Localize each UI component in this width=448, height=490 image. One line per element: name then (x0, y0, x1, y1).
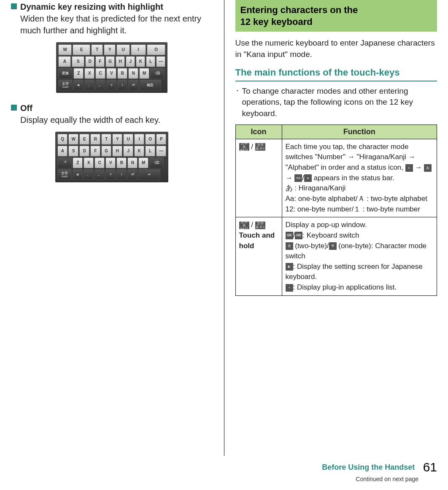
func-text: (two-byte)/ (293, 242, 329, 250)
key: S (72, 56, 84, 67)
key: ! (116, 169, 127, 180)
key: R (90, 134, 100, 145)
option-desc: Display equally the width of each key. (20, 114, 213, 126)
func-text: : Display plug-in applications list. (293, 283, 397, 291)
intro-paragraph: Use the numeric keyboard to enter Japane… (235, 38, 437, 60)
note-line: ･ To change character modes and other en… (235, 86, 437, 119)
status-number-icon: 1 (405, 164, 413, 172)
banner-line2: 12 key keyboard (240, 16, 432, 28)
key: P (156, 134, 166, 145)
key-henkan: 変換 (58, 68, 73, 79)
header-function: Function (282, 125, 437, 139)
key: V (106, 68, 116, 79)
key: U (123, 134, 133, 145)
key: C (94, 157, 105, 168)
func-text: Each time you tap, the character mode sw… (286, 143, 416, 171)
note-text: To change character modes and other ente… (242, 86, 437, 119)
bullet-icon (11, 105, 17, 111)
moji-mode-icon-alt: 文字 あ A 1 (255, 222, 265, 229)
newline-icon: ⏎ (128, 80, 138, 91)
key: M (138, 157, 148, 168)
keyboard-equal-image: Q W E R T Y U I O P A S D F G H (11, 132, 213, 182)
option-off: Off (11, 102, 213, 114)
halfwidth-icon: 半 (329, 242, 337, 250)
key: G (101, 146, 111, 157)
key: C (95, 68, 105, 79)
key: T (91, 44, 103, 55)
backspace-icon: ⌫ (150, 68, 165, 79)
func-line: あ : Hiragana/Kanji (286, 184, 346, 192)
separator: / (249, 221, 255, 229)
section-banner: Entering characters on the 12 key keyboa… (235, 0, 437, 32)
key: ? (106, 80, 116, 91)
moji-mode-icon-alt: 文字 あ A 1 (255, 143, 265, 151)
keyboard-switch-icon-alt: ⌨ (295, 232, 302, 239)
page-number: 61 (423, 460, 437, 474)
key: B (116, 157, 127, 168)
key: 。 (94, 169, 105, 180)
keyboard-switch-icon: ⌨ (286, 232, 293, 239)
function-cell: Each time you tap, the character mode sw… (282, 139, 437, 217)
moji-sub: Aa12 (62, 175, 67, 178)
key: ? (105, 169, 116, 180)
subheading: The main functions of the touch-keys (235, 67, 437, 79)
banner-line1: Entering characters on the (240, 4, 432, 16)
section-name: Before Using the Handset (322, 463, 415, 471)
moji-sub: Aa12 (62, 86, 68, 88)
key: O (147, 44, 165, 55)
option-title: Off (20, 102, 32, 114)
left-column: Dynamic key resizing with highlight Wide… (11, 0, 224, 456)
key: Z (73, 157, 83, 168)
key: J (126, 56, 135, 67)
key: S (68, 146, 78, 157)
table-header-row: Icon Function (235, 125, 437, 139)
status-alpha2-icon: a (304, 174, 312, 182)
table-row: 文字 あAa12 / 文字 あ A 1 Each time you tap, t… (235, 139, 437, 217)
page-footer: Before Using the Handset 61 Continued on… (0, 456, 448, 490)
key: F (95, 56, 105, 67)
key: E (73, 44, 90, 55)
moji-label: 文字 (61, 172, 68, 175)
plugin-icon: ＋ (286, 284, 293, 292)
enter-icon: ↵ (138, 169, 160, 180)
bullet-dot: ･ (235, 86, 240, 119)
key: 、 (84, 80, 94, 91)
icon-function-table: Icon Function 文字 あAa12 / 文字 あ A 1 Each t… (235, 125, 437, 296)
moji-label: 文字 (62, 82, 69, 86)
key: H (116, 56, 125, 67)
icon-cell: 文字 あAa12 / 文字 あ A 1 Touch and hold (235, 217, 282, 295)
key: H (112, 146, 122, 157)
key: 。 (95, 80, 105, 91)
option-desc: Widen the key that is predicted for the … (20, 13, 213, 36)
key: V (105, 157, 116, 168)
key: M (139, 68, 149, 79)
key: 、 (84, 169, 94, 180)
key: B (117, 68, 127, 79)
key: E (79, 134, 89, 145)
bullet-icon (11, 3, 17, 9)
subheading-rule (235, 81, 437, 81)
header-icon: Icon (235, 125, 282, 139)
key: D (79, 146, 89, 157)
func-text: : Keyboard switch (302, 231, 359, 239)
key: I (134, 134, 144, 145)
emoji-icon: ☻ (73, 169, 83, 180)
key: O (145, 134, 155, 145)
key: Z (73, 68, 84, 79)
key: D (85, 56, 94, 67)
key: T (101, 134, 111, 145)
key: G (105, 56, 115, 67)
fullwidth-icon: 全 (286, 242, 293, 250)
key: N (128, 68, 138, 79)
func-text: appears in the status bar. (314, 174, 394, 182)
key: F (90, 146, 100, 157)
key: Q (57, 134, 67, 145)
key: Y (112, 134, 122, 145)
key-moji: 文字 Aa12 (57, 169, 72, 180)
moji-mode-icon: 文字 あAa12 (239, 143, 249, 151)
key: Y (104, 44, 116, 55)
continued-label: Continued on next page (11, 475, 437, 484)
key: K (136, 56, 145, 67)
moji-mode-icon: 文字 あAa12 (239, 222, 249, 229)
key: W (58, 44, 72, 55)
